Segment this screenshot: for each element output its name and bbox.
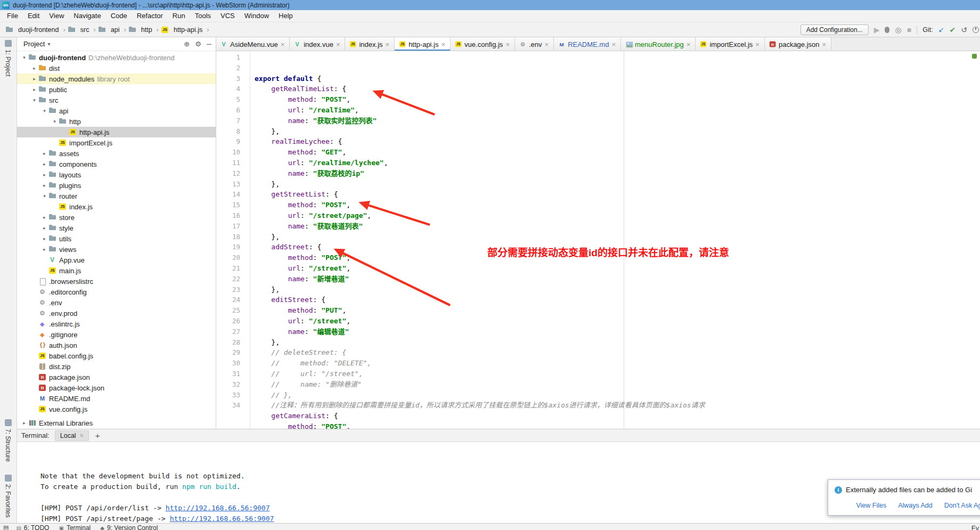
new-terminal-icon[interactable]: + (95, 431, 100, 440)
tree-expand-arrow[interactable]: ▸ (40, 215, 48, 220)
tree-expand-arrow[interactable]: ▾ (51, 119, 59, 124)
notification-action-link[interactable]: Don't Ask Agai (944, 500, 980, 511)
tree-row[interactable]: .browserslistrc (17, 276, 216, 287)
breadcrumb-item[interactable]: api › (98, 26, 128, 34)
tree-row[interactable]: vue.config.js (17, 404, 216, 414)
menu-item[interactable]: Code (106, 10, 132, 22)
locate-file-icon[interactable]: ⊕ (184, 40, 190, 48)
toolwindow-button[interactable]: ▣ Terminal (59, 524, 91, 530)
tree-row[interactable]: ▸ store (17, 212, 216, 223)
tree-row[interactable]: README.md (17, 393, 216, 404)
tree-expand-arrow[interactable]: ▸ (20, 420, 28, 426)
close-icon[interactable]: × (281, 40, 285, 48)
menu-item[interactable]: Navigate (69, 10, 105, 22)
coverage-icon[interactable]: ◎ (895, 26, 901, 34)
tree-row[interactable]: .gitignore (17, 329, 216, 340)
tree-row[interactable]: babel.config.js (17, 350, 216, 361)
history-icon[interactable] (973, 27, 979, 33)
tree-row[interactable]: package-lock.json (17, 382, 216, 393)
breadcrumb-item[interactable]: http › (128, 26, 161, 34)
tree-row[interactable]: ▸ style (17, 223, 216, 233)
notification-action-link[interactable]: Always Add (898, 500, 933, 511)
tree-row[interactable]: ▸ assets (17, 148, 216, 159)
menu-item[interactable]: Help (274, 10, 298, 22)
editor-tab[interactable]: menuRouter.jpg × (621, 37, 696, 51)
breadcrumb-item[interactable]: duoji-frontend › (5, 26, 68, 34)
menu-item[interactable]: File (2, 10, 23, 22)
breadcrumb-item[interactable]: http-api.js › (161, 26, 211, 34)
tree-row[interactable]: ▾ src (17, 95, 216, 105)
event-log-label[interactable]: Ev (971, 525, 979, 530)
tree-expand-arrow[interactable]: ▸ (40, 172, 48, 177)
breadcrumb-item[interactable]: src › (68, 26, 98, 34)
menu-item[interactable]: Tools (190, 10, 216, 22)
tree-row[interactable]: ▸ External Libraries (17, 418, 216, 428)
tree-row[interactable]: App.vue (17, 255, 216, 265)
toolwindow-button[interactable]: ▤ 6: TODO (16, 524, 49, 530)
tree-row[interactable]: ▸ views (17, 244, 216, 255)
git-rollback-icon[interactable]: ↺ (961, 26, 967, 34)
close-icon[interactable]: × (505, 40, 510, 48)
close-icon[interactable]: × (442, 40, 446, 48)
tree-row[interactable]: main.js (17, 265, 216, 276)
tree-expand-arrow[interactable]: ▸ (40, 183, 48, 188)
tree-row[interactable]: ▸ dist (17, 63, 216, 74)
close-icon[interactable]: × (80, 432, 84, 439)
notification-action-link[interactable]: View Files (856, 500, 886, 511)
close-icon[interactable]: × (336, 40, 340, 48)
tree-expand-arrow[interactable]: ▸ (40, 151, 48, 156)
menu-item[interactable]: Window (240, 10, 274, 22)
tree-row[interactable]: ▾ http (17, 116, 216, 127)
toolwindow-button[interactable]: ◆ 9: Version Control (100, 524, 158, 530)
close-icon[interactable]: × (822, 40, 827, 48)
editor-tab[interactable]: index.js × (345, 37, 395, 51)
close-icon[interactable]: × (386, 40, 390, 48)
tree-row[interactable]: package.json (17, 372, 216, 382)
tree-row[interactable]: .editorconfig (17, 287, 216, 297)
tree-row[interactable]: ▸ layouts (17, 169, 216, 180)
close-icon[interactable]: × (755, 40, 760, 48)
tool-stripe-button[interactable]: 7: Structure (4, 419, 12, 462)
editor-tab[interactable]: AsideMenu.vue × (216, 37, 290, 51)
tree-expand-arrow[interactable]: ▸ (40, 247, 48, 252)
git-commit-icon[interactable]: ✔ (950, 26, 956, 34)
debug-icon[interactable] (885, 27, 889, 33)
tree-expand-arrow[interactable]: ▾ (30, 97, 38, 103)
editor-tab[interactable]: importExcel.js × (696, 37, 765, 51)
terminal-output[interactable]: Note that the development build is not o… (17, 442, 980, 523)
run-icon[interactable]: ▶ (874, 26, 880, 34)
menu-item[interactable]: Run (168, 10, 190, 22)
tree-row[interactable]: .env.prod (17, 308, 216, 319)
code-area[interactable]: export default { getRealTimeList: { meth… (250, 51, 980, 429)
stop-icon[interactable]: ■ (907, 26, 911, 34)
hide-panel-icon[interactable]: ─ (207, 40, 211, 48)
editor-tab[interactable]: README.md × (554, 37, 621, 51)
close-icon[interactable]: × (611, 40, 616, 48)
tree-expand-arrow[interactable]: ▸ (40, 161, 48, 167)
tree-row[interactable]: auth.json (17, 340, 216, 350)
menu-item[interactable]: VCS (216, 10, 240, 22)
menu-item[interactable]: View (44, 10, 69, 22)
tree-row[interactable]: importExcel.js (17, 137, 216, 148)
tree-row[interactable]: .env (17, 297, 216, 308)
tree-row[interactable]: ▸ public (17, 84, 216, 95)
git-update-icon[interactable]: ↙ (938, 26, 944, 34)
add-configuration-button[interactable]: Add Configuration... (801, 25, 869, 35)
menu-item[interactable]: Refactor (132, 10, 168, 22)
terminal-tab[interactable]: Local × (55, 430, 89, 441)
tree-row[interactable]: ▸ utils (17, 233, 216, 244)
tree-row[interactable]: index.js (17, 201, 216, 212)
tree-row[interactable]: ▸ node_modules library root (17, 74, 216, 84)
editor-tab[interactable]: http-api.js × (395, 37, 451, 51)
tree-row[interactable]: dist.zip (17, 361, 216, 372)
tool-stripe-button[interactable]: 2: Favorites (4, 475, 12, 518)
tree-expand-arrow[interactable]: ▸ (30, 66, 38, 71)
close-icon[interactable]: × (545, 40, 549, 48)
tree-row[interactable]: ▾ api (17, 105, 216, 116)
tree-row[interactable]: ▾ router (17, 191, 216, 201)
tool-stripe-button[interactable]: 1: Project (4, 40, 12, 77)
close-icon[interactable]: × (687, 40, 691, 48)
toolwindow-switcher-icon[interactable]: ▤ (3, 524, 9, 530)
tree-row[interactable]: ▸ components (17, 159, 216, 169)
inspection-indicator[interactable] (972, 54, 977, 59)
